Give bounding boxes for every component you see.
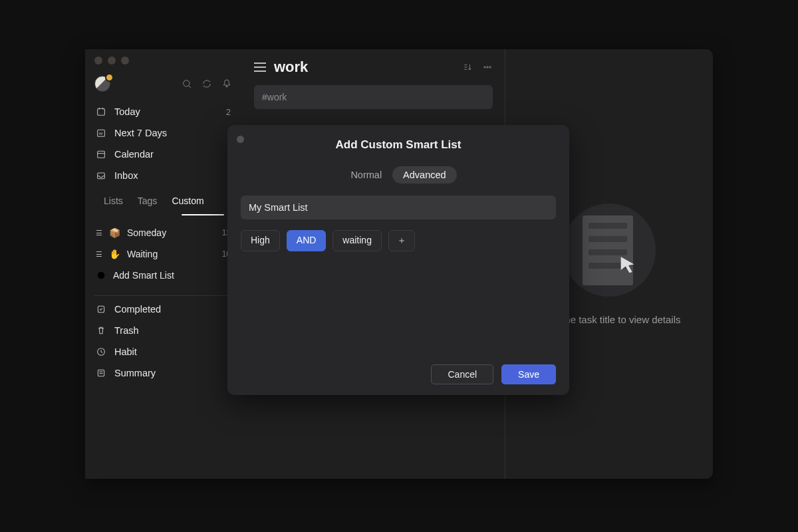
traffic-max[interactable] bbox=[121, 57, 129, 65]
sidebar: Today 2 W Next 7 Days Calendar Inbox Lis… bbox=[85, 49, 242, 479]
modal-traffic-close[interactable] bbox=[237, 136, 244, 143]
sidebar-item-habit[interactable]: Habit bbox=[85, 341, 241, 362]
filter-icon: ☰ bbox=[96, 251, 102, 258]
sort-icon[interactable] bbox=[462, 62, 473, 72]
svg-rect-8 bbox=[98, 151, 105, 158]
smart-list-name-input[interactable] bbox=[241, 196, 556, 219]
plus-circle-icon bbox=[96, 270, 106, 281]
modal-title: Add Custom Smart List bbox=[241, 138, 556, 152]
sidebar-item-label: Calendar bbox=[114, 149, 154, 160]
rule-builder: High AND waiting ＋ bbox=[241, 230, 556, 251]
sidebar-item-calendar[interactable]: Calendar bbox=[85, 144, 241, 165]
cancel-button[interactable]: Cancel bbox=[431, 364, 493, 384]
add-smart-list-modal: Add Custom Smart List Normal Advanced Hi… bbox=[227, 125, 569, 395]
smart-list-someday[interactable]: ☰ 📦 Someday 13 bbox=[85, 222, 241, 243]
svg-point-11 bbox=[98, 272, 105, 279]
page-title: work bbox=[274, 59, 308, 76]
cursor-icon bbox=[617, 254, 640, 277]
more-icon[interactable] bbox=[482, 62, 493, 72]
sidebar-item-trash[interactable]: Trash bbox=[85, 320, 241, 341]
seg-advanced[interactable]: Advanced bbox=[392, 166, 457, 184]
svg-point-24 bbox=[489, 66, 491, 68]
sidebar-tabs: Lists Tags Custom bbox=[85, 186, 241, 211]
seg-normal[interactable]: Normal bbox=[340, 166, 392, 184]
add-smart-list[interactable]: Add Smart List bbox=[85, 265, 241, 286]
svg-point-0 bbox=[184, 80, 190, 86]
svg-point-23 bbox=[487, 66, 488, 68]
smart-list-label: Waiting bbox=[127, 249, 158, 259]
smart-list-emoji: 📦 bbox=[109, 227, 120, 238]
svg-rect-2 bbox=[226, 86, 228, 86]
add-rule-button[interactable]: ＋ bbox=[388, 230, 415, 251]
search-icon[interactable] bbox=[182, 78, 192, 89]
filter-icon: ☰ bbox=[96, 229, 102, 237]
sidebar-item-next7[interactable]: W Next 7 Days bbox=[85, 122, 241, 144]
tab-custom[interactable]: Custom bbox=[172, 196, 203, 206]
smart-list-emoji: ✋ bbox=[109, 249, 120, 259]
sidebar-item-summary[interactable]: Summary bbox=[85, 362, 241, 384]
svg-line-1 bbox=[189, 86, 191, 88]
rule-chip-waiting[interactable]: waiting bbox=[332, 230, 382, 251]
add-smart-label: Add Smart List bbox=[113, 270, 174, 281]
smart-list-label: Someday bbox=[127, 227, 166, 238]
avatar[interactable] bbox=[94, 76, 110, 92]
svg-rect-16 bbox=[98, 370, 104, 376]
filter-input[interactable]: #work bbox=[254, 85, 493, 109]
tab-lists[interactable]: Lists bbox=[104, 196, 123, 206]
sidebar-item-today[interactable]: Today 2 bbox=[85, 101, 241, 122]
menu-icon[interactable] bbox=[254, 63, 266, 72]
svg-point-22 bbox=[484, 66, 485, 68]
empty-illustration bbox=[563, 203, 656, 297]
rule-chip-high[interactable]: High bbox=[241, 230, 280, 251]
traffic-close[interactable] bbox=[94, 57, 102, 65]
sidebar-item-inbox[interactable]: Inbox bbox=[85, 165, 241, 186]
sidebar-item-label: Next 7 Days bbox=[114, 128, 167, 138]
sidebar-item-completed[interactable]: Completed bbox=[85, 299, 241, 320]
smart-list-waiting[interactable]: ☰ ✋ Waiting 10 bbox=[85, 243, 241, 265]
tab-tags[interactable]: Tags bbox=[138, 196, 158, 206]
sync-icon[interactable] bbox=[201, 78, 212, 89]
sidebar-item-label: Inbox bbox=[114, 170, 138, 181]
svg-rect-3 bbox=[98, 108, 105, 115]
sidebar-item-count: 2 bbox=[226, 107, 231, 117]
sidebar-item-label: Today bbox=[114, 106, 140, 117]
window-traffic-lights bbox=[94, 57, 129, 65]
rule-chip-operator[interactable]: AND bbox=[287, 230, 327, 251]
traffic-min[interactable] bbox=[108, 57, 116, 65]
svg-text:W: W bbox=[99, 132, 103, 136]
save-button[interactable]: Save bbox=[501, 364, 556, 384]
bell-icon[interactable] bbox=[221, 78, 232, 89]
mode-segmented: Normal Advanced bbox=[241, 166, 556, 184]
